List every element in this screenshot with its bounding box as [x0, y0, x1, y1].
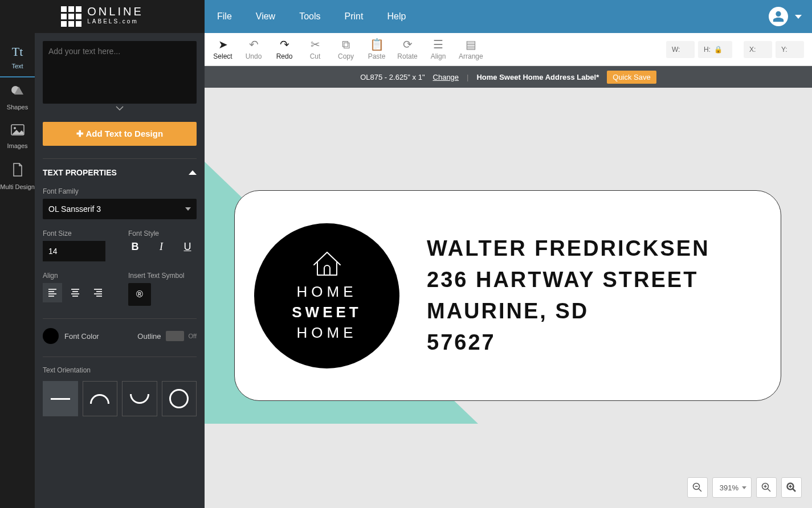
align-center-button[interactable]: [66, 283, 85, 302]
tool-cut[interactable]: ✂Cut: [305, 39, 325, 60]
paste-icon: 📋: [370, 39, 384, 50]
x-field[interactable]: X:: [744, 41, 772, 58]
tool-select[interactable]: ➤Select: [213, 39, 233, 60]
y-field[interactable]: Y:: [776, 41, 804, 58]
address-city-state: MAURINE, SD: [427, 299, 710, 323]
home-badge: HOME SWEET HOME: [254, 223, 399, 368]
orientation-arc-down-button[interactable]: [122, 381, 157, 416]
svg-line-4: [699, 489, 701, 491]
font-style-label: Font Style: [128, 230, 197, 237]
rail-images-label: Images: [7, 142, 27, 149]
font-family-label: Font Family: [43, 187, 197, 195]
document-name: Home Sweet Home Address Label*: [476, 73, 599, 81]
rotate-icon: ⟳: [403, 39, 413, 50]
italic-button[interactable]: I: [154, 241, 168, 253]
font-family-value: OL Sansserif 3: [48, 204, 101, 214]
logo-text: ONLINELABELS.com: [87, 6, 143, 27]
menu-print[interactable]: Print: [345, 11, 364, 22]
outline-label: Outline: [137, 332, 161, 341]
text-properties-header[interactable]: TEXT PROPERTIES: [43, 168, 197, 177]
tool-paste[interactable]: 📋Paste: [366, 39, 387, 60]
expand-textarea-icon[interactable]: [43, 103, 197, 113]
tool-rotate[interactable]: ⟳Rotate: [397, 39, 418, 60]
section-title: TEXT PROPERTIES: [43, 168, 117, 177]
height-field[interactable]: H:🔒: [698, 41, 732, 58]
orientation-arc-up-button[interactable]: [83, 381, 118, 416]
tool-copy[interactable]: ⧉Copy: [336, 39, 356, 60]
rail-images[interactable]: Images: [0, 117, 35, 156]
text-properties-panel: ✚ Add Text to Design TEXT PROPERTIES Fon…: [35, 33, 205, 508]
orientation-straight-button[interactable]: [43, 381, 78, 416]
bold-button[interactable]: B: [128, 241, 142, 253]
text-content-input[interactable]: [43, 41, 197, 104]
align-left-button[interactable]: [43, 283, 62, 302]
font-size-label: Font Size: [43, 230, 111, 237]
badge-line-3: HOME: [297, 324, 357, 342]
menu-help[interactable]: Help: [387, 11, 406, 22]
underline-button[interactable]: U: [181, 241, 194, 253]
main-menu: File View Tools Print Help: [205, 11, 406, 22]
panel-divider-3: [43, 357, 197, 357]
align-label: Align: [43, 272, 111, 280]
top-menu-bar: ONLINELABELS.com File View Tools Print H…: [0, 0, 812, 33]
rail-shapes[interactable]: Shapes: [0, 77, 35, 117]
cursor-icon: ➤: [218, 39, 228, 50]
redo-icon: ↷: [280, 39, 289, 50]
collapse-icon: [189, 170, 197, 175]
align-icon: ☰: [433, 39, 443, 50]
font-size-input[interactable]: [43, 241, 105, 261]
copy-icon: ⧉: [342, 39, 350, 50]
house-icon: [312, 250, 342, 277]
address-zip: 57627: [427, 330, 710, 355]
svg-line-7: [768, 489, 770, 491]
menu-tools[interactable]: Tools: [299, 11, 320, 22]
badge-line-2: SWEET: [292, 304, 361, 321]
label-preview[interactable]: HOME SWEET HOME WALTER FREDRICKSEN 236 H…: [234, 190, 781, 401]
rail-text-label: Text: [11, 63, 23, 69]
text-icon: Tt: [12, 44, 23, 59]
zoom-in-button[interactable]: [756, 477, 777, 498]
canvas[interactable]: HOME SWEET HOME WALTER FREDRICKSEN 236 H…: [205, 88, 812, 508]
menu-view[interactable]: View: [256, 11, 275, 22]
width-field[interactable]: W:: [666, 41, 695, 58]
rail-multi-design[interactable]: Multi Design: [0, 156, 35, 197]
outline-toggle[interactable]: [166, 331, 184, 341]
rail-text[interactable]: Tt Text: [0, 38, 35, 77]
dropdown-caret-icon: [185, 207, 191, 211]
zoom-fit-button[interactable]: [781, 477, 802, 498]
zoom-percent-select[interactable]: 391%: [712, 477, 752, 498]
address-name: WALTER FREDRICKSEN: [427, 236, 710, 261]
user-avatar-icon: [769, 7, 788, 26]
add-text-label: Add Text to Design: [86, 129, 164, 138]
menu-file[interactable]: File: [217, 11, 232, 22]
quick-save-button[interactable]: Quick Save: [607, 71, 656, 84]
orientation-circle-button[interactable]: [162, 381, 197, 416]
font-color-swatch[interactable]: [43, 328, 59, 344]
font-color-label: Font Color: [64, 332, 99, 341]
separator: |: [467, 73, 468, 81]
document-info-strip: OL875 - 2.625" x 1" Change | Home Sweet …: [205, 66, 812, 88]
tool-align[interactable]: ☰Align: [428, 39, 448, 60]
zoom-out-button[interactable]: [687, 477, 708, 498]
brand-logo: ONLINELABELS.com: [0, 0, 205, 33]
insert-symbol-button[interactable]: ®: [128, 283, 151, 306]
panel-divider: [43, 158, 197, 159]
change-product-link[interactable]: Change: [433, 73, 459, 81]
images-icon: [11, 124, 25, 139]
font-family-select[interactable]: OL Sansserif 3: [43, 199, 197, 219]
user-menu[interactable]: [769, 7, 812, 26]
undo-icon: ↶: [249, 39, 259, 50]
tool-redo[interactable]: ↷Redo: [274, 39, 295, 60]
toolbar: ➤Select ↶Undo ↷Redo ✂Cut ⧉Copy 📋Paste ⟳R…: [205, 33, 812, 66]
address-block: WALTER FREDRICKSEN 236 HARTWAY STREET MA…: [427, 236, 710, 355]
tool-undo[interactable]: ↶Undo: [243, 39, 264, 60]
align-right-button[interactable]: [88, 283, 108, 302]
svg-point-2: [14, 127, 16, 129]
svg-line-11: [793, 489, 795, 491]
outline-state: Off: [189, 333, 197, 339]
logo-grid-icon: [61, 6, 81, 27]
lock-icon: 🔒: [714, 46, 723, 54]
add-text-button[interactable]: ✚ Add Text to Design: [43, 122, 197, 146]
tool-arrange[interactable]: ▤Arrange: [459, 39, 483, 60]
cut-icon: ✂: [311, 39, 320, 50]
